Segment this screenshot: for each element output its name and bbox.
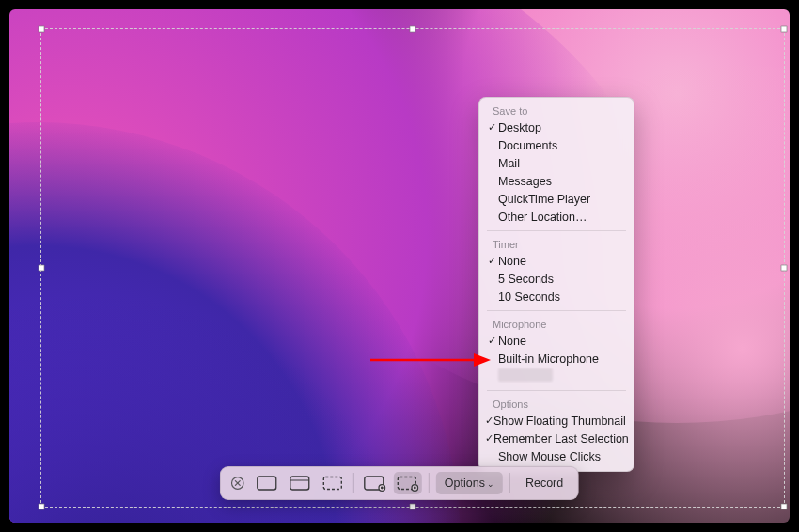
checkmark-icon: ✓	[485, 336, 498, 346]
resize-handle-e[interactable]	[781, 265, 788, 272]
options-button-label: Options	[445, 477, 485, 490]
options-menu: Save to ✓Desktop Documents Mail Messages…	[478, 97, 634, 472]
record-button[interactable]: Record	[517, 472, 572, 494]
capture-window-icon	[290, 476, 310, 491]
screenshot-toolbar: Options⌄ Record	[220, 466, 579, 500]
menu-item-documents[interactable]: Documents	[479, 136, 634, 154]
close-icon	[231, 477, 244, 490]
resize-handle-nw[interactable]	[39, 26, 45, 33]
menu-section-save-to: Save to	[479, 102, 634, 118]
menu-item-mic-none[interactable]: ✓None	[479, 332, 634, 350]
menu-item-messages[interactable]: Messages	[479, 172, 634, 190]
svg-rect-2	[290, 477, 309, 490]
resize-handle-n[interactable]	[410, 26, 416, 33]
menu-item-desktop[interactable]: ✓Desktop	[479, 118, 634, 136]
screenshot-app-stage: Save to ✓Desktop Documents Mail Messages…	[9, 9, 790, 523]
toolbar-separator	[509, 473, 510, 493]
checkmark-icon: ✓	[485, 256, 498, 266]
record-button-label: Record	[525, 477, 563, 490]
menu-section-timer: Timer	[479, 236, 634, 252]
svg-point-7	[381, 486, 384, 489]
menu-item-remember-selection[interactable]: ✓Remember Last Selection	[479, 430, 634, 447]
resize-handle-sw[interactable]	[39, 504, 45, 510]
redacted-text	[498, 368, 553, 382]
svg-rect-1	[258, 477, 276, 490]
menu-item-mic-builtin[interactable]: Built-in Microphone	[479, 350, 634, 368]
resize-handle-se[interactable]	[781, 504, 788, 510]
capture-selection-frame[interactable]	[40, 28, 785, 508]
svg-rect-4	[323, 477, 341, 490]
toolbar-separator	[353, 473, 354, 493]
menu-section-options: Options	[479, 396, 634, 412]
capture-selection-icon	[322, 476, 343, 491]
close-button[interactable]	[227, 473, 248, 493]
svg-point-10	[414, 486, 416, 489]
resize-handle-s[interactable]	[410, 504, 416, 510]
capture-window-button[interactable]	[286, 472, 314, 494]
options-button[interactable]: Options⌄	[436, 472, 503, 494]
toolbar-separator	[429, 473, 430, 493]
capture-selection-button[interactable]	[319, 472, 347, 494]
menu-divider	[487, 310, 626, 311]
resize-handle-ne[interactable]	[781, 26, 788, 33]
capture-entire-screen-button[interactable]	[253, 472, 281, 494]
resize-handle-w[interactable]	[39, 265, 45, 272]
menu-item-mic-redacted[interactable]	[479, 368, 634, 385]
menu-item-timer-5s[interactable]: 5 Seconds	[479, 270, 634, 288]
menu-divider	[487, 230, 626, 231]
menu-item-mail[interactable]: Mail	[479, 154, 634, 172]
checkmark-icon: ✓	[485, 433, 494, 444]
menu-item-quicktime[interactable]: QuickTime Player	[479, 190, 634, 208]
capture-entire-screen-icon	[257, 476, 277, 491]
menu-item-show-clicks[interactable]: Show Mouse Clicks	[479, 447, 634, 465]
menu-item-timer-none[interactable]: ✓None	[479, 252, 634, 270]
menu-item-timer-10s[interactable]: 10 Seconds	[479, 288, 634, 305]
menu-divider	[487, 390, 626, 391]
record-selection-icon	[397, 476, 419, 492]
menu-item-floating-thumbnail[interactable]: ✓Show Floating Thumbnail	[479, 412, 634, 430]
record-entire-screen-icon	[364, 476, 386, 492]
menu-item-other-location[interactable]: Other Location…	[479, 208, 634, 226]
menu-section-microphone: Microphone	[479, 316, 634, 332]
checkmark-icon: ✓	[485, 122, 498, 133]
checkmark-icon: ✓	[485, 415, 494, 426]
record-selection-button[interactable]	[394, 472, 422, 494]
record-entire-screen-button[interactable]	[361, 472, 389, 494]
chevron-down-icon: ⌄	[487, 479, 494, 489]
